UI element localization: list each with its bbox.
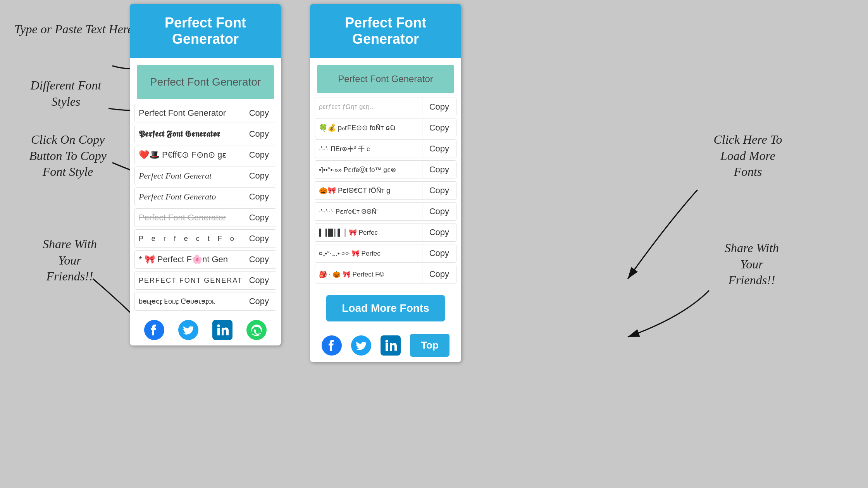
font-text-6: Perfect Font Generator: [135, 209, 242, 227]
right-font-row-6: ▌║█║▌║ 🎀 Perfec Copy: [315, 223, 456, 242]
right-copy-btn-8[interactable]: Copy: [422, 265, 456, 283]
copy-btn-10[interactable]: Copy: [242, 292, 276, 310]
right-font-text-0: ρεrƒεcτ ƒΩηт gεη...: [315, 99, 422, 115]
right-copy-btn-6[interactable]: Copy: [422, 223, 456, 241]
annotation-type-paste: Type or Paste Text Here: [12, 21, 136, 38]
annotation-font-styles: Different FontStyles: [12, 77, 120, 110]
font-row-4: Perfect Font Generat Copy: [134, 167, 276, 185]
right-input-box[interactable]: Perfect Font Generator: [317, 65, 454, 93]
font-text-10: ɹoʇɐɹǝuǝ⅁ ʇuoℲ ʇɔǝɟɹǝd: [135, 293, 242, 309]
font-row-10: ɹoʇɐɹǝuǝ⅁ ʇuoℲ ʇɔǝɟɹǝd Copy: [134, 292, 276, 311]
right-font-row-1: 🍀💰 pℴrFE⊙⊙ foÑт ɢ€ι Copy: [315, 119, 456, 137]
copy-btn-7[interactable]: Copy: [242, 230, 276, 247]
right-facebook-icon[interactable]: [322, 335, 342, 356]
copy-btn-6[interactable]: Copy: [242, 209, 276, 227]
right-font-text-5: ·'··'··'· Pɛя'eℂт ΘΘÑ': [315, 204, 422, 220]
right-copy-btn-2[interactable]: Copy: [422, 140, 456, 158]
left-panel-header: Perfect Font Generator: [130, 4, 281, 58]
font-text-1: Perfect Font Generator: [135, 104, 242, 122]
load-more-button[interactable]: Load More Fonts: [326, 295, 445, 321]
font-row-6: Perfect Font Generator Copy: [134, 208, 276, 227]
left-header-title: Perfect Font Generator: [165, 15, 246, 47]
left-panel: Perfect Font Generator Perfect Font Gene…: [130, 4, 281, 345]
copy-btn-3[interactable]: Copy: [242, 146, 276, 164]
copy-btn-8[interactable]: Copy: [242, 251, 276, 268]
font-row-7: P e r f e c t F o n t Copy: [134, 229, 276, 248]
right-copy-btn-4[interactable]: Copy: [422, 182, 456, 199]
facebook-icon[interactable]: [144, 320, 164, 340]
right-font-row-7: ¤„•°·„..•->> 🎀 Perfec Copy: [315, 244, 456, 263]
copy-btn-5[interactable]: Copy: [242, 188, 276, 206]
right-font-text-8: 🎒 · 🎃 🎀 Perfect F©: [315, 266, 422, 282]
font-text-5: Perfect Font Generato: [135, 188, 242, 206]
right-font-text-6: ▌║█║▌║ 🎀 Perfec: [315, 225, 422, 241]
right-panel: Perfect Font Generator Perfect Font Gene…: [310, 4, 461, 362]
font-row-2: 𝕻𝖊𝖗𝖋𝖊𝖈𝖙 𝕱𝖔𝖓𝖙 𝕲𝖊𝖓𝖊𝖗𝖆𝖙𝖔𝖗 Copy: [134, 125, 276, 143]
right-font-text-3: •]••°•·»» PɛrfeⓄt fo™ gɛ⊗: [315, 162, 422, 178]
twitter-icon[interactable]: [178, 320, 198, 340]
right-linkedin-icon[interactable]: [381, 335, 401, 356]
right-copy-btn-1[interactable]: Copy: [422, 119, 456, 137]
whatsapp-icon[interactable]: [246, 320, 267, 340]
svg-point-11: [386, 340, 388, 342]
right-font-row-4: 🎃🎀 PɛfΘ€CT fÕÑт g Copy: [315, 181, 456, 200]
right-header-title: Perfect Font Generator: [345, 15, 426, 47]
right-font-text-1: 🍀💰 pℴrFE⊙⊙ foÑт ɢ€ι: [315, 120, 422, 136]
linkedin-icon[interactable]: [212, 320, 232, 340]
right-copy-btn-5[interactable]: Copy: [422, 203, 456, 220]
font-text-8: * 🎀 Perfect F🌸nt Gen: [135, 251, 242, 268]
font-row-8: * 🎀 Perfect F🌸nt Gen Copy: [134, 250, 276, 269]
right-font-row-0: ρεrƒεcτ ƒΩηт gεη... Copy: [315, 98, 456, 116]
right-panel-header: Perfect Font Generator: [310, 4, 461, 58]
social-bar-left: [130, 313, 281, 345]
right-font-row-8: 🎒 · 🎃 🎀 Perfect F© Copy: [315, 265, 456, 284]
right-twitter-icon[interactable]: [351, 335, 371, 356]
right-copy-btn-0[interactable]: Copy: [422, 98, 456, 116]
right-font-text-7: ¤„•°·„..•->> 🎀 Perfec: [315, 246, 422, 261]
annotation-share-left: Share WithYourFriends!!: [19, 236, 120, 285]
input-text: Perfect Font Generator: [150, 76, 261, 88]
annotation-load-more: Click Here ToLoad MoreFonts: [682, 132, 814, 180]
right-font-text-4: 🎃🎀 PɛfΘ€CT fÕÑт g: [315, 182, 422, 199]
svg-point-5: [217, 325, 220, 327]
annotation-share-right: Share WithYourFriends!!: [694, 240, 810, 289]
copy-btn-1[interactable]: Copy: [242, 104, 276, 122]
svg-point-6: [246, 320, 267, 340]
font-row-1: Perfect Font Generator Copy: [134, 104, 276, 122]
copy-btn-9[interactable]: Copy: [242, 271, 276, 289]
right-copy-btn-3[interactable]: Copy: [422, 161, 456, 179]
font-text-2: 𝕻𝖊𝖗𝖋𝖊𝖈𝖙 𝕱𝖔𝖓𝖙 𝕲𝖊𝖓𝖊𝖗𝖆𝖙𝖔𝖗: [135, 125, 242, 143]
right-font-row-3: •]••°•·»» PɛrfeⓄt fo™ gɛ⊗ Copy: [315, 160, 456, 179]
right-font-row-5: ·'··'··'· Pɛя'eℂт ΘΘÑ' Copy: [315, 202, 456, 221]
font-text-9: PERFECT FONT GENERATOR: [135, 273, 242, 289]
right-font-text-2: ·'··'· ΠΕr⊕丰ª 千 c: [315, 141, 422, 157]
left-input-box[interactable]: Perfect Font Generator: [137, 65, 274, 99]
copy-btn-4[interactable]: Copy: [242, 167, 276, 185]
font-row-9: PERFECT FONT GENERATOR Copy: [134, 271, 276, 290]
svg-rect-4: [217, 328, 220, 335]
right-font-row-2: ·'··'· ΠΕr⊕丰ª 千 c Copy: [315, 139, 456, 158]
font-text-3: ❤️🎩 P€ff€⊙ F⊙n⊙ gɛ: [135, 146, 242, 164]
svg-rect-10: [386, 343, 388, 351]
social-bar-right: Top: [310, 328, 461, 362]
top-button[interactable]: Top: [410, 334, 450, 357]
copy-btn-2[interactable]: Copy: [242, 125, 276, 143]
font-row-3: ❤️🎩 P€ff€⊙ F⊙n⊙ gɛ Copy: [134, 146, 276, 164]
font-text-7: P e r f e c t F o n t: [135, 231, 242, 247]
font-row-5: Perfect Font Generato Copy: [134, 187, 276, 206]
right-copy-btn-7[interactable]: Copy: [422, 244, 456, 262]
font-text-4: Perfect Font Generat: [135, 167, 242, 185]
right-input-text: Perfect Font Generator: [338, 74, 433, 84]
annotation-click-copy: Click On CopyButton To CopyFont Style: [8, 132, 128, 180]
